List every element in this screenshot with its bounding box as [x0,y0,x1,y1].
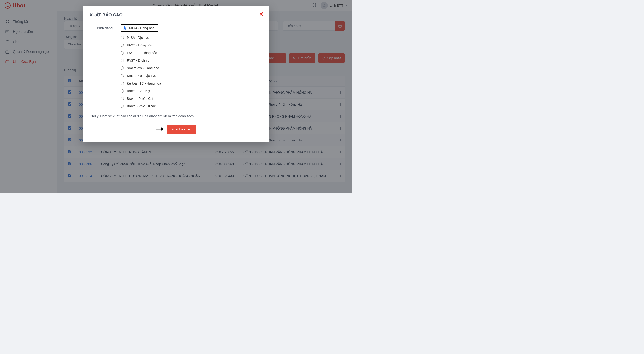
format-option-label: Bravo - Phiếu Khác [127,104,156,108]
format-option[interactable]: Smart Pro - Hàng hóa [120,66,161,70]
modal-title: XUẤT BÁO CÁO [90,12,262,18]
format-option-label: FAST - Dịch vụ [127,59,150,62]
format-option-label: Smart Pro - Dịch vụ [127,74,156,78]
format-radio[interactable] [120,36,124,39]
format-option[interactable]: FAST 11 - Hàng hóa [120,51,161,55]
format-radio[interactable] [120,59,124,62]
format-option[interactable]: Smart Pro - Dịch vụ [120,74,161,78]
format-radio-group: MISA - Hàng hóaMISA - Dịch vụFAST - Hàng… [120,24,161,108]
format-option-label: MISA - Hàng hóa [129,26,155,30]
export-button[interactable]: Xuất báo cáo [166,125,196,134]
format-option[interactable]: Kế toán 1C - Hàng hóa [120,81,161,85]
format-option[interactable]: FAST - Hàng hóa [120,43,161,47]
format-option[interactable]: FAST - Dịch vụ [120,59,161,62]
pointer-arrow [156,126,165,133]
close-button[interactable]: ✕ [259,12,264,17]
format-label: Định dạng: [90,24,114,108]
format-option[interactable]: MISA - Hàng hóa [120,24,158,32]
format-option-label: FAST 11 - Hàng hóa [127,51,157,55]
format-option[interactable]: Bravo - Phiếu Chi [120,97,161,101]
modal-note: Chú ý: Ubot sẽ xuất báo cáo dữ liệu đã đ… [90,114,262,118]
format-option-label: Bravo - Phiếu Chi [127,97,153,101]
format-radio[interactable] [120,74,124,77]
format-radio[interactable] [120,51,124,55]
format-option[interactable]: MISA - Dịch vụ [120,36,161,40]
format-radio[interactable] [120,82,124,85]
format-option[interactable]: Bravo - Phiếu Khác [120,104,161,108]
format-radio[interactable] [120,105,124,108]
format-option-label: MISA - Dịch vụ [127,36,150,40]
export-modal: XUẤT BÁO CÁO ✕ Định dạng: MISA - Hàng hó… [82,6,269,142]
format-option-label: Bravo - Báo Nợ [127,89,150,93]
format-option-label: Smart Pro - Hàng hóa [127,66,159,70]
format-radio[interactable] [120,89,124,93]
format-radio[interactable] [123,27,126,30]
format-option[interactable]: Bravo - Báo Nợ [120,89,161,93]
format-option-label: FAST - Hàng hóa [127,43,152,47]
format-option-label: Kế toán 1C - Hàng hóa [127,81,161,85]
format-radio[interactable] [120,44,124,47]
format-radio[interactable] [120,97,124,100]
modal-overlay: XUẤT BÁO CÁO ✕ Định dạng: MISA - Hàng hó… [0,0,352,193]
format-radio[interactable] [120,66,124,70]
